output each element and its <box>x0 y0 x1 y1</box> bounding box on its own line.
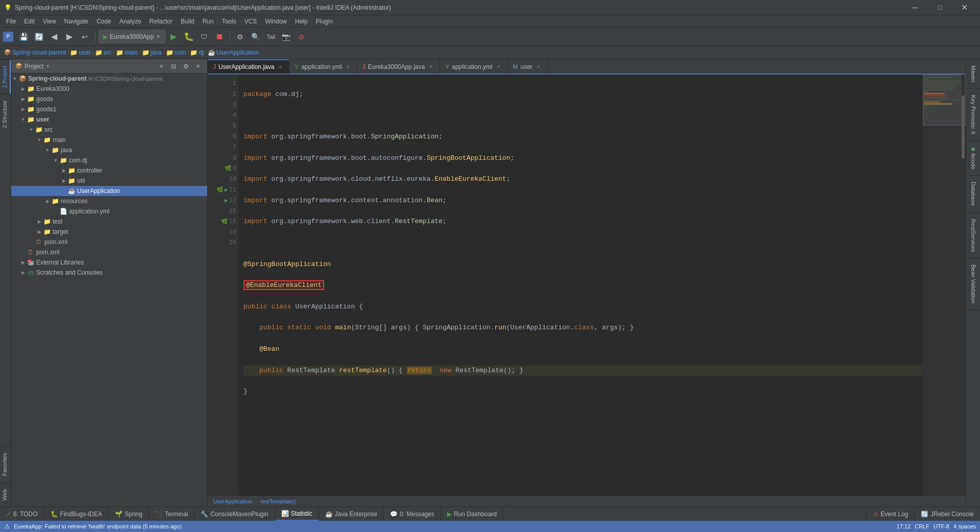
right-tab-maven[interactable]: Maven <box>966 59 980 89</box>
btab-messages[interactable]: 💬 0: Messages <box>384 507 441 521</box>
tree-goods[interactable]: ▶ 📁 goods <box>11 94 207 104</box>
status-line-ending[interactable]: CRLF <box>915 523 929 529</box>
btab-spring[interactable]: 🌱 Spring <box>109 507 149 521</box>
left-tab-structure[interactable]: 2:Structure <box>0 94 11 134</box>
sync-button[interactable]: 🔄 <box>32 30 46 44</box>
tab-close-icon5[interactable]: × <box>535 63 542 70</box>
sdk-manager[interactable]: ⚙ <box>233 30 248 44</box>
tree-external-libs[interactable]: ▶ 📚 External Libraries <box>11 257 207 268</box>
tree-user[interactable]: ▼ 📁 user <box>11 114 207 125</box>
tree-java[interactable]: ▼ 📁 java <box>11 145 207 155</box>
search-everywhere[interactable]: 🔍 <box>249 30 263 44</box>
btab-jrebel-console[interactable]: 🔄 JRebel Console <box>914 507 980 521</box>
bc-spring-cloud-parent[interactable]: Spring-cloud-parent <box>12 49 66 56</box>
minimize-button[interactable]: ─ <box>903 0 927 15</box>
gutter-run-11[interactable]: 🌿 <box>216 185 224 196</box>
code-editor[interactable]: package com.dj; import org.springframewo… <box>238 75 922 495</box>
scrollbar-thumb[interactable] <box>962 95 965 159</box>
menu-analyze[interactable]: Analyze <box>115 15 145 27</box>
bc-com[interactable]: com <box>175 49 186 56</box>
left-tab-web[interactable]: Web <box>0 482 11 506</box>
tree-settings-btn[interactable]: ⚙ <box>181 61 191 71</box>
tree-close-btn[interactable]: × <box>193 61 203 71</box>
tree-collapse-btn[interactable]: ⊟ <box>168 61 179 71</box>
gutter-bean-16[interactable]: 🌿 <box>221 216 228 227</box>
tail-button[interactable]: Tail <box>264 30 278 44</box>
gutter-bean-9[interactable]: 🌿 <box>225 163 232 174</box>
right-tab-key-promoter[interactable]: Key Promoter X <box>966 89 980 141</box>
tree-app-yml[interactable]: 📄 application.yml <box>11 206 207 216</box>
status-indent[interactable]: 4 spaces <box>953 523 976 529</box>
tree-main[interactable]: ▼ 📁 main <box>11 135 207 145</box>
tab-close-icon3[interactable]: × <box>427 63 434 70</box>
tab-close-icon2[interactable]: × <box>345 63 352 70</box>
menu-help[interactable]: Help <box>291 15 312 27</box>
maximize-button[interactable]: □ <box>928 0 951 15</box>
bc-user[interactable]: user <box>79 49 90 56</box>
bc-dj[interactable]: dj <box>199 49 203 56</box>
btab-java-enterprise[interactable]: ☕ Java Enterprise <box>319 507 384 521</box>
menu-navigate[interactable]: Navigate <box>60 15 92 27</box>
project-dropdown[interactable]: 📦 Project ▼ <box>15 63 156 70</box>
project-tree-content[interactable]: ▼ 📦 Spring-cloud-parent H:\CSDN\Spring-c… <box>11 74 207 506</box>
btab-terminal[interactable]: ⬛ Terminal <box>149 507 194 521</box>
tree-add-btn[interactable]: + <box>156 61 166 71</box>
tab-application-yml[interactable]: Y application.yml × <box>289 59 357 74</box>
stop-button[interactable]: ⏹ <box>212 30 227 44</box>
tree-pom-root[interactable]: 🗒 pom.xml <box>11 247 207 257</box>
btab-statistic[interactable]: 📊 Statistic <box>275 507 319 521</box>
bc-main[interactable]: main <box>125 49 138 56</box>
run-config-selector[interactable]: ▶ Eureka3000App ▼ <box>99 30 165 43</box>
tree-goods1[interactable]: ▶ 📁 goods1 <box>11 104 207 114</box>
right-tab-database[interactable]: Database <box>966 176 980 212</box>
tree-scratches[interactable]: ▶ 🗃 Scratches and Consoles <box>11 268 207 278</box>
debug-button[interactable]: 🐛 <box>182 30 196 44</box>
tree-util[interactable]: ▶ 📁 util <box>11 176 207 186</box>
bc-java[interactable]: java <box>151 49 162 56</box>
tree-com-dj[interactable]: ▼ 📁 com.dj <box>11 155 207 165</box>
tree-test[interactable]: ▶ 📁 test <box>11 216 207 227</box>
btab-event-log[interactable]: ⚠ Event Log <box>866 507 914 521</box>
left-tab-project[interactable]: 1:Project <box>0 59 11 94</box>
gutter-run-12[interactable]: ▶ <box>225 196 228 206</box>
status-encoding[interactable]: UTF-8 <box>934 523 949 529</box>
menu-plugin[interactable]: Plugin <box>312 15 337 27</box>
run-with-coverage[interactable]: 🛡 <box>197 30 211 44</box>
bc-src[interactable]: src <box>104 49 112 56</box>
save-all-button[interactable]: 💾 <box>16 30 31 44</box>
menu-view[interactable]: View <box>39 15 60 27</box>
menu-tools[interactable]: Tools <box>218 15 240 27</box>
menu-vcs[interactable]: VCS <box>240 15 261 27</box>
bc-user-app[interactable]: UserApplication <box>216 49 259 56</box>
tree-pom-user[interactable]: 🗒 pom.xml <box>11 237 207 247</box>
btab-run-dashboard[interactable]: ▶ Run Dashboard <box>441 507 503 521</box>
tree-eureka3000[interactable]: ▶ 📁 Eureka3000 <box>11 84 207 94</box>
menu-refactor[interactable]: Refactor <box>145 15 177 27</box>
undo-button[interactable]: ↩ <box>78 30 92 44</box>
status-position[interactable]: 17:12 <box>897 523 911 529</box>
menu-edit[interactable]: Edit <box>20 15 39 27</box>
menu-build[interactable]: Build <box>177 15 199 27</box>
tab-close-icon[interactable]: × <box>277 63 284 70</box>
tab-application-yml2[interactable]: Y application.yml × <box>440 59 507 74</box>
close-button[interactable]: ✕ <box>952 0 976 15</box>
cancel-button[interactable]: ⊘ <box>295 30 309 44</box>
btab-findbugs[interactable]: 🐛 FindBugs-IDEA <box>44 507 109 521</box>
tree-resources[interactable]: ▶ 📁 resources <box>11 196 207 206</box>
tree-src[interactable]: ▼ 📁 src <box>11 125 207 135</box>
tab-close-icon4[interactable]: × <box>495 63 502 70</box>
right-tab-ikcode[interactable]: ikcode <box>966 141 980 176</box>
tree-target[interactable]: ▶ 📁 target <box>11 227 207 237</box>
back-button[interactable]: ◀ <box>47 30 61 44</box>
right-tab-bean-validation[interactable]: Bean Validation <box>966 258 980 310</box>
menu-window[interactable]: Window <box>261 15 291 27</box>
forward-button[interactable]: ▶ <box>62 30 77 44</box>
menu-file[interactable]: File <box>2 15 20 27</box>
bb-file-link[interactable]: UserApplication <box>213 498 252 504</box>
tab-user-application[interactable]: J UserApplication.java × <box>208 59 289 74</box>
btab-consolemaven[interactable]: 🔧 ConsoleMavenPlugin <box>194 507 275 521</box>
tab-user-module[interactable]: M user × <box>508 59 548 74</box>
tree-root[interactable]: ▼ 📦 Spring-cloud-parent H:\CSDN\Spring-c… <box>11 74 207 84</box>
menu-code[interactable]: Code <box>92 15 115 27</box>
menu-run[interactable]: Run <box>199 15 218 27</box>
